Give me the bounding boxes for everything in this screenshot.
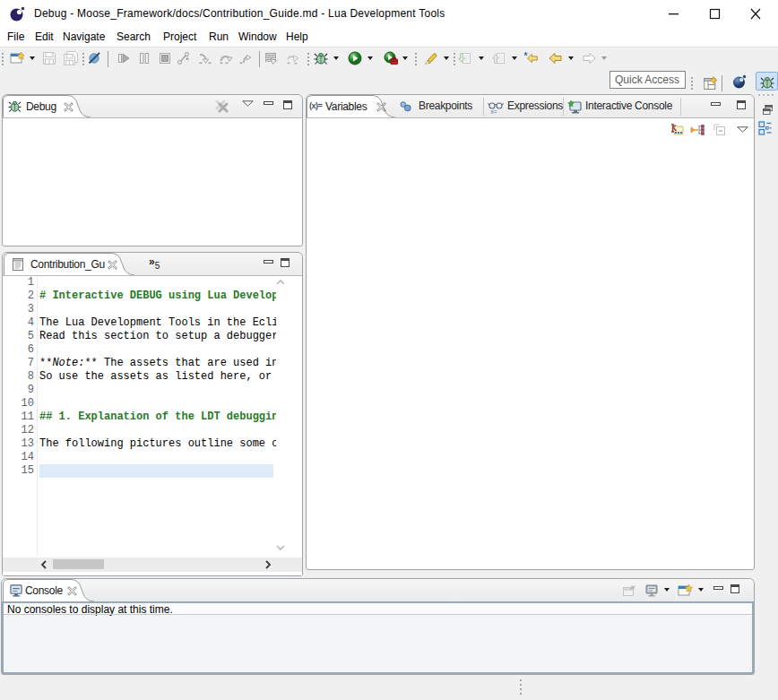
svg-text:*: *	[524, 51, 528, 61]
svg-text:x=: x=	[491, 108, 497, 115]
